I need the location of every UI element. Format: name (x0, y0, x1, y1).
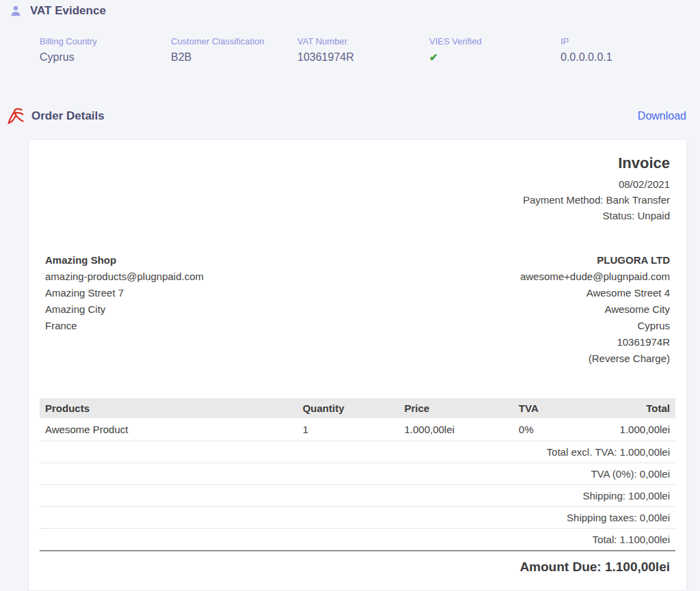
vat-fields-row: Billing Country Cyprus Customer Classifi… (40, 36, 700, 64)
check-icon: ✔ (429, 51, 561, 64)
summary-value: Total: 1.100,00lei (40, 529, 675, 551)
invoice-meta: Invoice 08/02/2021 Payment Method: Bank … (29, 140, 686, 223)
amount-due-value: Amount Due: 1.100,00lei (40, 551, 675, 583)
seller-name: Amazing Shop (45, 252, 204, 269)
invoice-payment-method: Payment Method: Bank Transfer (45, 192, 670, 208)
invoice-status: Status: Unpaid (45, 208, 670, 223)
field-label: Customer Classification (171, 36, 297, 46)
summary-row-total-excl-tva: Total excl. TVA: 1.000,00lei (40, 441, 675, 463)
field-label: VIES Verified (429, 36, 561, 46)
vat-evidence-section: VAT Evidence Billing Country Cyprus Cust… (0, 0, 700, 64)
field-label: IP (561, 36, 612, 46)
cell-product-name: Awesome Product (40, 418, 297, 441)
col-products: Products (40, 398, 297, 418)
cell-tva: 0% (513, 418, 593, 441)
pdf-icon (5, 106, 26, 126)
summary-value: Shipping: 100,00lei (40, 485, 675, 507)
vat-evidence-header: VAT Evidence (0, 0, 700, 18)
buyer-vat-number: 10361974R (520, 334, 670, 351)
summary-row-total: Total: 1.100,00lei (40, 529, 675, 551)
buyer-address: PLUGORA LTD awesome+dude@plugnpaid.com A… (520, 252, 670, 367)
amount-due-row: Amount Due: 1.100,00lei (40, 551, 675, 583)
field-customer-classification: Customer Classification B2B (171, 36, 297, 64)
field-value: 10361974R (297, 51, 429, 64)
download-link[interactable]: Download (638, 110, 686, 122)
field-billing-country: Billing Country Cyprus (40, 36, 171, 64)
summary-row-tva: TVA (0%): 0,00lei (40, 463, 675, 485)
seller-email: amazing-products@plugnpaid.com (45, 269, 204, 285)
products-table: Products Quantity Price TVA Total Awesom… (40, 398, 675, 583)
buyer-reverse-charge: (Reverse Charge) (520, 351, 670, 367)
summary-value: TVA (0%): 0,00lei (40, 463, 675, 485)
buyer-city: Awesome City (520, 301, 670, 318)
order-details-title: Order Details (31, 109, 105, 123)
summary-value: Shipping taxes: 0,00lei (40, 507, 675, 529)
buyer-country: Cyprus (520, 318, 670, 334)
col-quantity: Quantity (297, 398, 399, 418)
seller-country: France (45, 318, 204, 334)
buyer-email: awesome+dude@plugnpaid.com (520, 269, 670, 285)
field-label: Billing Country (40, 36, 171, 46)
field-ip: IP 0.0.0.0.0.1 (561, 36, 612, 64)
product-row: Awesome Product 1 1.000,00lei 0% 1.000,0… (40, 418, 675, 441)
order-details-header: Order Details Download (0, 106, 700, 126)
seller-city: Amazing City (45, 301, 204, 318)
invoice-title: Invoice (45, 154, 670, 172)
buyer-name: PLUGORA LTD (520, 252, 670, 269)
field-value: Cyprus (40, 51, 171, 64)
cell-price: 1.000,00lei (399, 418, 513, 441)
products-table-wrap: Products Quantity Price TVA Total Awesom… (40, 398, 675, 583)
seller-address: Amazing Shop amazing-products@plugnpaid.… (45, 252, 204, 334)
field-value: 0.0.0.0.0.1 (561, 51, 612, 64)
person-icon (10, 5, 22, 17)
col-price: Price (399, 398, 513, 418)
col-tva: TVA (513, 398, 593, 418)
summary-row-shipping-taxes: Shipping taxes: 0,00lei (40, 507, 675, 529)
buyer-street: Awesome Street 4 (520, 285, 670, 301)
cell-total: 1.000,00lei (593, 418, 675, 441)
seller-street: Amazing Street 7 (45, 285, 204, 301)
summary-row-shipping: Shipping: 100,00lei (40, 485, 675, 507)
field-value: B2B (171, 51, 297, 64)
invoice-card: Invoice 08/02/2021 Payment Method: Bank … (29, 140, 686, 590)
invoice-date: 08/02/2021 (45, 176, 670, 192)
field-vat-number: VAT Number 10361974R (297, 36, 429, 64)
field-vies-verified: VIES Verified ✔ (429, 36, 561, 64)
cell-quantity: 1 (297, 418, 399, 441)
table-header-row: Products Quantity Price TVA Total (40, 398, 675, 418)
col-total: Total (593, 398, 675, 418)
invoice-addresses: Amazing Shop amazing-products@plugnpaid.… (29, 252, 686, 367)
summary-value: Total excl. TVA: 1.000,00lei (40, 441, 675, 463)
vat-evidence-title: VAT Evidence (30, 4, 106, 18)
field-label: VAT Number (297, 36, 429, 46)
